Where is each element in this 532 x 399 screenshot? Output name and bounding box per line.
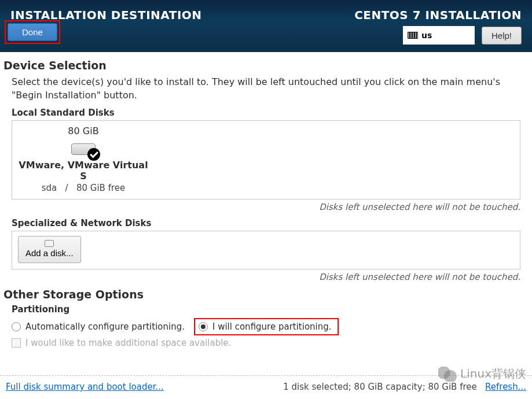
partitioning-label: Partitioning — [12, 304, 529, 315]
disk-name: VMware, VMware Virtual S — [18, 160, 149, 182]
keyboard-layout-indicator[interactable]: us — [403, 26, 475, 45]
additional-space-checkbox: I would like to make additional space av… — [12, 338, 529, 348]
disk-item[interactable]: 80 GiB VMware, VMware Virtual S sda / 80… — [18, 125, 149, 193]
manual-partition-radio[interactable]: I will configure partitioning. — [199, 322, 332, 332]
radio-icon — [199, 322, 208, 331]
storage-options-heading: Other Storage Options — [3, 288, 529, 301]
full-disk-summary-link[interactable]: Full disk summary and boot loader... — [6, 382, 164, 392]
hard-drive-icon — [69, 139, 98, 157]
done-button-highlight: Done — [5, 20, 60, 44]
header-right-controls: us Help! — [403, 26, 522, 45]
network-disks-heading: Specialized & Network Disks — [12, 218, 529, 228]
add-disk-button[interactable]: Add a disk... — [18, 236, 81, 263]
keyboard-icon — [408, 32, 418, 39]
network-disks-note: Disks left unselected here will not be t… — [3, 272, 520, 282]
header-bar: INSTALLATION DESTINATION CENTOS 7 INSTAL… — [0, 0, 532, 52]
radio-icon — [12, 322, 21, 331]
auto-partition-label: Automatically configure partitioning. — [25, 322, 185, 332]
local-disks-box: 80 GiB VMware, VMware Virtual S sda / 80… — [12, 120, 520, 200]
disk-free: 80 GiB free — [76, 183, 125, 193]
refresh-link[interactable]: Refresh... — [485, 382, 526, 392]
footer-bar: Full disk summary and boot loader... 1 d… — [0, 375, 532, 392]
add-disk-label: Add a disk... — [25, 248, 74, 258]
done-button[interactable]: Done — [8, 23, 57, 41]
help-button[interactable]: Help! — [482, 27, 522, 45]
keyboard-layout-label: us — [421, 31, 432, 40]
auto-partition-radio[interactable]: Automatically configure partitioning. — [12, 322, 185, 332]
disk-size: 80 GiB — [18, 125, 149, 136]
local-disks-heading: Local Standard Disks — [12, 108, 529, 118]
product-title: CENTOS 7 INSTALLATION — [354, 8, 522, 22]
manual-partition-highlight: I will configure partitioning. — [194, 318, 339, 335]
additional-space-label: I would like to make additional space av… — [25, 338, 231, 348]
checkbox-icon — [12, 338, 21, 348]
add-disk-icon — [45, 240, 54, 247]
partitioning-radio-group: Automatically configure partitioning. I … — [12, 318, 529, 335]
footer-right: 1 disk selected; 80 GiB capacity; 80 GiB… — [283, 382, 526, 392]
device-selection-heading: Device Selection — [3, 59, 529, 72]
checkmark-icon — [87, 148, 100, 161]
manual-partition-label: I will configure partitioning. — [212, 322, 332, 332]
disk-device: sda — [42, 183, 57, 193]
device-selection-description: Select the device(s) you'd like to insta… — [12, 75, 520, 102]
disk-separator: / — [65, 183, 68, 193]
content-area: Device Selection Select the device(s) yo… — [0, 52, 532, 348]
disk-status-text: 1 disk selected; 80 GiB capacity; 80 GiB… — [283, 382, 477, 392]
local-disks-note: Disks left unselected here will not be t… — [3, 202, 520, 212]
network-disks-box: Add a disk... — [12, 231, 520, 269]
disk-subinfo: sda / 80 GiB free — [18, 183, 149, 193]
